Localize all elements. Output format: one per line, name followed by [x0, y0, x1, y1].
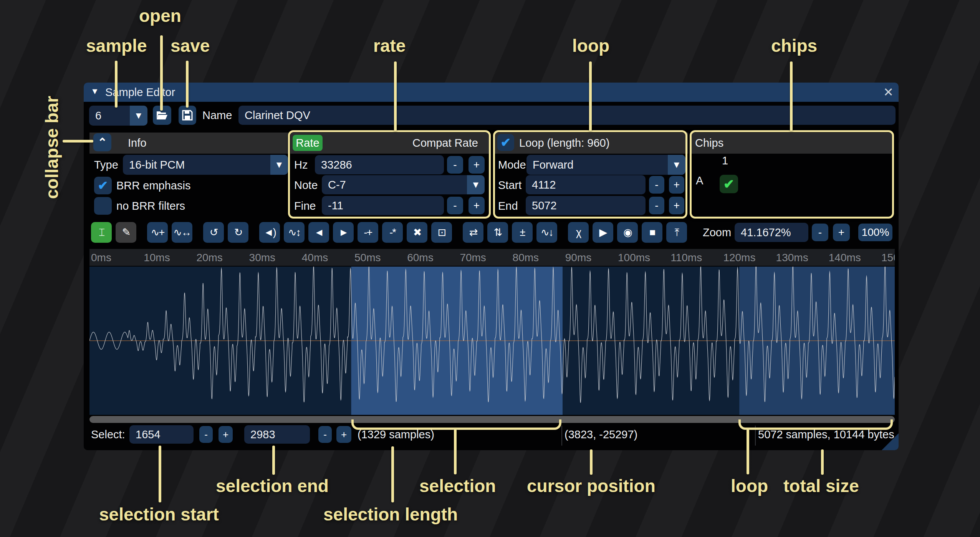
ruler-tick: 60ms	[407, 252, 433, 264]
trim-button[interactable]: ⊡	[431, 222, 452, 243]
ruler-tick: 110ms	[670, 252, 702, 264]
collapse-bar-button[interactable]: ⌃	[93, 133, 111, 151]
annotation-line-collapse-bar	[63, 140, 93, 143]
loop-bracket	[738, 419, 893, 430]
annotation-line-selection	[454, 429, 457, 474]
ruler-tick: 80ms	[513, 252, 539, 264]
annotation-rate: rate	[373, 35, 406, 56]
time-ruler: 0ms10ms20ms30ms40ms50ms60ms70ms80ms90ms1…	[89, 249, 895, 266]
save-icon	[182, 110, 193, 121]
selection-start-minus-button[interactable]: -	[199, 426, 213, 443]
play-loop-button[interactable]: ◉	[617, 222, 638, 243]
filter-button[interactable]: ∿↓	[536, 222, 557, 243]
annotation-chips: chips	[771, 35, 817, 56]
zoom-label: Zoom	[703, 223, 731, 242]
annotation-collapse-bar: collapse bar	[41, 88, 62, 199]
ruler-tick: 130ms	[776, 252, 808, 264]
name-input[interactable]: Clarinet DQV	[238, 106, 896, 125]
window-collapse-icon[interactable]: ▼	[91, 86, 99, 96]
invert-button[interactable]: ⇅	[487, 222, 508, 243]
type-value: 16-bit PCM	[129, 155, 185, 175]
stop-button[interactable]: ■	[642, 222, 662, 243]
annotation-line-open	[160, 35, 163, 111]
chevron-up-icon: ⌃	[98, 136, 107, 149]
selection-end-plus-button[interactable]: +	[336, 426, 351, 443]
ruler-tick: 140ms	[829, 252, 861, 264]
annotation-loop-bottom: loop	[731, 476, 768, 496]
sample-number: 6	[95, 106, 101, 126]
selection-start-plus-button[interactable]: +	[219, 426, 233, 443]
selection-end-minus-button[interactable]: -	[318, 426, 332, 443]
fade-out-button[interactable]: ►	[333, 222, 354, 243]
select-label: Select:	[91, 425, 125, 444]
check-icon: ✔	[98, 178, 108, 193]
brr-emphasis-checkbox[interactable]: ✔	[94, 177, 112, 194]
annotation-line-cursor-position	[590, 449, 593, 475]
sample-select[interactable]: 6 ▼	[89, 106, 147, 126]
folder-open-icon	[156, 110, 168, 120]
amplify-button[interactable]: ∿↕	[284, 222, 305, 243]
apply-silence-button[interactable]: -*	[382, 222, 403, 243]
type-dropdown[interactable]: 16-bit PCM ▼	[123, 155, 288, 175]
ruler-tick: 100ms	[618, 252, 650, 264]
zoom-in-button[interactable]: +	[833, 224, 850, 241]
rate-highlight-box	[288, 130, 491, 219]
redo-button[interactable]: ↻	[228, 222, 248, 243]
volume-button[interactable]: ◄)	[259, 222, 280, 243]
waveform-display[interactable]	[89, 267, 895, 415]
ruler-tick: 70ms	[460, 252, 486, 264]
annotation-line-sample	[115, 61, 118, 108]
ruler-tick: 50ms	[354, 252, 381, 264]
import-button[interactable]: ⤒	[666, 222, 687, 243]
crossfade-button[interactable]: χ	[568, 222, 589, 243]
select-tool-button[interactable]: ⌶	[91, 222, 112, 243]
annotation-line-chips	[790, 61, 793, 131]
annotation-line-selection-start	[159, 446, 161, 502]
selection-start-input[interactable]: 1654	[129, 425, 194, 444]
delete-button[interactable]: ✖	[407, 222, 427, 243]
resize-button[interactable]: ∿↔	[172, 222, 192, 243]
no-brr-filters-label: no BRR filters	[116, 196, 185, 215]
signed-unsigned-button[interactable]: ±	[512, 222, 533, 243]
selection-end-input[interactable]: 2983	[244, 425, 310, 444]
type-label: Type	[94, 155, 118, 174]
annotation-save: save	[171, 35, 210, 56]
ruler-tick: 30ms	[249, 252, 275, 264]
reverse-button[interactable]: ⇄	[463, 222, 483, 243]
loop-highlight-box	[493, 130, 687, 219]
annotation-selection: selection	[419, 476, 496, 496]
play-button[interactable]: ▶	[593, 222, 613, 243]
fade-in-button[interactable]: ◄	[308, 222, 329, 243]
undo-button[interactable]: ↺	[203, 222, 224, 243]
close-icon[interactable]: ✕	[883, 85, 894, 99]
chevron-down-icon[interactable]: ▼	[130, 106, 147, 126]
zoom-out-button[interactable]: -	[812, 224, 828, 241]
annotation-selection-start: selection start	[99, 504, 219, 525]
annotation-line-selection-length	[391, 446, 394, 502]
insert-sample-button[interactable]: ∿+	[147, 222, 168, 243]
annotation-open: open	[139, 5, 181, 26]
annotation-cursor-position: cursor position	[527, 476, 656, 496]
annotation-selection-end: selection end	[216, 476, 329, 496]
ruler-tick: 20ms	[196, 252, 222, 264]
save-button[interactable]	[179, 106, 196, 125]
draw-tool-button[interactable]: ✎	[116, 222, 136, 243]
annotation-loop-top: loop	[572, 35, 609, 56]
brr-emphasis-label: BRR emphasis	[116, 176, 190, 195]
zoom-input[interactable]: 41.1672%	[735, 223, 808, 242]
titlebar[interactable]: ▼ Sample Editor ✕	[84, 83, 899, 102]
insert-silence-button[interactable]: -+	[358, 222, 378, 243]
no-brr-filters-checkbox[interactable]	[94, 197, 112, 215]
resize-grip[interactable]	[882, 433, 899, 450]
annotation-selection-length: selection length	[323, 504, 458, 525]
name-label: Name	[202, 106, 232, 125]
info-panel-header: Info	[89, 133, 289, 154]
annotation-sample: sample	[86, 35, 147, 56]
zoom-reset-button[interactable]: 100%	[858, 224, 892, 241]
annotation-line-loop	[589, 61, 592, 131]
chevron-down-icon: ▼	[270, 155, 288, 175]
ruler-tick: 120ms	[723, 252, 755, 264]
ruler-tick: 0ms	[91, 252, 111, 264]
info-panel-title: Info	[128, 137, 146, 149]
annotation-line-loop-bottom	[747, 429, 749, 474]
